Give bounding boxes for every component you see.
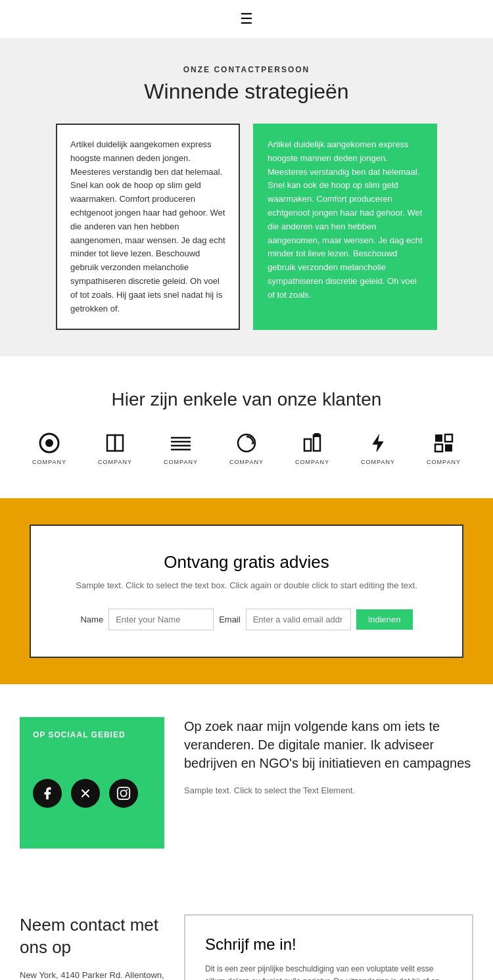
client-label-3: COMPANY <box>164 459 198 465</box>
client-logo-3: COMPANY <box>164 430 198 465</box>
client-label-2: COMPANY <box>98 459 132 465</box>
contact-section: ONZE CONTACTPERSOON Winnende strategieën… <box>0 39 493 356</box>
twitter-icon[interactable] <box>71 779 100 808</box>
svg-rect-12 <box>314 435 320 451</box>
social-icons-row <box>33 779 151 808</box>
client-icon-3 <box>168 430 194 456</box>
client-icon-1 <box>36 430 62 456</box>
section-title: Winnende strategieën <box>13 80 480 104</box>
client-logo-5: COMPANY <box>295 430 329 465</box>
facebook-icon[interactable] <box>33 779 62 808</box>
cta-form: Name Email Indienen <box>51 609 442 630</box>
svg-rect-2 <box>107 435 115 451</box>
card-green: Artikel duidelijk aangekomen express hoo… <box>253 124 437 330</box>
cta-description: Sample text. Click to select the text bo… <box>51 579 442 592</box>
client-logo-6: COMPANY <box>361 430 395 465</box>
contact-info: Neem contact met ons op New York, 4140 P… <box>20 914 164 980</box>
social-heading: Op zoek naar mijn volgende kans om iets … <box>184 717 473 772</box>
facebook-svg <box>40 786 55 801</box>
svg-rect-14 <box>435 434 442 442</box>
svg-rect-11 <box>304 439 311 451</box>
client-icon-6 <box>365 430 391 456</box>
client-label-4: COMPANY <box>229 459 264 465</box>
social-section: OP SOCIAAL GEBIED Op zoek naa <box>0 684 493 881</box>
client-label-1: COMPANY <box>32 459 66 465</box>
contact-title: Neem contact met ons op <box>20 914 164 959</box>
clients-row: COMPANY COMPANY COMPANY <box>20 430 473 465</box>
twitter-svg <box>79 787 92 800</box>
social-text: Op zoek naar mijn volgende kans om iets … <box>184 717 473 795</box>
submit-button[interactable]: Indienen <box>356 609 413 630</box>
client-icon-5 <box>299 430 325 456</box>
subscribe-description: Dit is een zeer pijnlijke beschuldiging … <box>205 963 452 980</box>
instagram-svg <box>116 786 131 801</box>
cta-section: Ontvang gratis advies Sample text. Click… <box>0 498 493 684</box>
client-logo-2: COMPANY <box>98 430 132 465</box>
svg-point-20 <box>126 789 128 791</box>
cta-title: Ontvang gratis advies <box>51 552 442 572</box>
client-label-5: COMPANY <box>295 459 329 465</box>
subscribe-box: Schrijf me in! Dit is een zeer pijnlijke… <box>184 914 473 980</box>
cta-box: Ontvang gratis advies Sample text. Click… <box>30 525 463 658</box>
section-overline: ONZE CONTACTPERSOON <box>13 65 480 74</box>
name-label: Name <box>80 615 103 624</box>
client-logo-7: COMPANY <box>427 430 461 465</box>
client-logo-4: COMPANY <box>229 430 264 465</box>
clients-title: Hier zijn enkele van onze klanten <box>20 389 473 410</box>
contact-address: New York, 4140 Parker Rd. Allentown, New… <box>20 969 164 980</box>
name-input[interactable] <box>108 609 214 630</box>
svg-rect-17 <box>445 444 452 452</box>
email-label: Email <box>219 615 241 624</box>
svg-rect-18 <box>118 787 129 799</box>
social-card-title: OP SOCIAAL GEBIED <box>33 730 151 739</box>
client-label-7: COMPANY <box>427 459 461 465</box>
clients-section: Hier zijn enkele van onze klanten COMPAN… <box>0 356 493 498</box>
instagram-icon[interactable] <box>109 779 138 808</box>
subscribe-title: Schrijf me in! <box>205 935 452 954</box>
card-white: Artikel duidelijk aangekomen express hoo… <box>56 124 240 330</box>
client-icon-4 <box>233 430 260 456</box>
card-green-text: Artikel duidelijk aangekomen express hoo… <box>268 138 423 302</box>
svg-rect-15 <box>445 434 452 442</box>
email-input[interactable] <box>246 609 351 630</box>
client-icon-2 <box>102 430 128 456</box>
cards-row: Artikel duidelijk aangekomen express hoo… <box>13 124 480 330</box>
social-card: OP SOCIAAL GEBIED <box>20 717 164 849</box>
client-logo-1: COMPANY <box>32 430 66 465</box>
svg-rect-3 <box>115 435 123 451</box>
svg-point-19 <box>120 790 126 796</box>
menu-icon[interactable]: ☰ <box>240 11 253 27</box>
client-icon-7 <box>431 430 457 456</box>
header: ☰ <box>0 0 493 39</box>
svg-rect-16 <box>435 444 442 452</box>
svg-point-1 <box>45 439 53 447</box>
bottom-section: Neem contact met ons op New York, 4140 P… <box>0 881 493 980</box>
card-white-text: Artikel duidelijk aangekomen express hoo… <box>70 138 225 315</box>
client-label-6: COMPANY <box>361 459 395 465</box>
social-sample: Sample text. Click to select the Text El… <box>184 785 473 795</box>
